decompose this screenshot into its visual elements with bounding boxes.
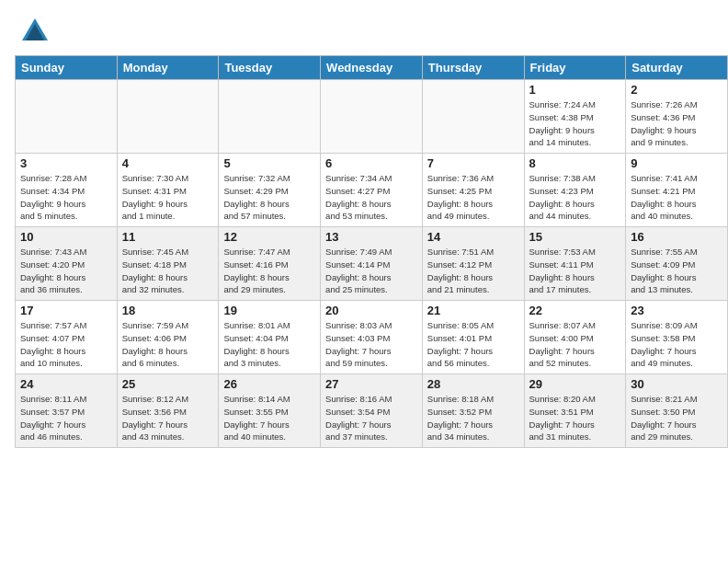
day-number: 12	[223, 230, 315, 244]
calendar-week: 10Sunrise: 7:43 AMSunset: 4:20 PMDayligh…	[16, 227, 728, 301]
calendar-day: 30Sunrise: 8:21 AMSunset: 3:50 PMDayligh…	[626, 374, 728, 448]
day-info: Sunrise: 8:21 AMSunset: 3:50 PMDaylight:…	[631, 393, 722, 443]
calendar-wrapper: SundayMondayTuesdayWednesdayThursdayFrid…	[0, 55, 728, 455]
page-header	[0, 0, 728, 55]
calendar-day: 13Sunrise: 7:49 AMSunset: 4:14 PMDayligh…	[321, 227, 423, 301]
calendar-week: 24Sunrise: 8:11 AMSunset: 3:57 PMDayligh…	[16, 374, 728, 448]
day-info: Sunrise: 7:47 AMSunset: 4:16 PMDaylight:…	[223, 246, 315, 296]
weekday-row: SundayMondayTuesdayWednesdayThursdayFrid…	[16, 56, 728, 80]
calendar-day: 8Sunrise: 7:38 AMSunset: 4:23 PMDaylight…	[524, 154, 626, 227]
weekday-header: Thursday	[422, 56, 524, 80]
day-info: Sunrise: 8:12 AMSunset: 3:56 PMDaylight:…	[122, 393, 214, 443]
day-number: 17	[20, 304, 112, 317]
calendar-day: 2Sunrise: 7:26 AMSunset: 4:36 PMDaylight…	[626, 80, 728, 154]
calendar-day: 11Sunrise: 7:45 AMSunset: 4:18 PMDayligh…	[117, 227, 219, 301]
calendar-day: 1Sunrise: 7:24 AMSunset: 4:38 PMDaylight…	[524, 80, 626, 154]
calendar-day: 27Sunrise: 8:16 AMSunset: 3:54 PMDayligh…	[321, 374, 423, 448]
calendar-day: 18Sunrise: 7:59 AMSunset: 4:06 PMDayligh…	[117, 301, 219, 374]
calendar-day: 26Sunrise: 8:14 AMSunset: 3:55 PMDayligh…	[219, 374, 321, 448]
logo-icon	[18, 15, 51, 48]
day-number: 19	[223, 304, 315, 317]
day-info: Sunrise: 8:09 AMSunset: 3:58 PMDaylight:…	[631, 319, 722, 370]
calendar-day: 14Sunrise: 7:51 AMSunset: 4:12 PMDayligh…	[422, 227, 524, 301]
calendar-day: 6Sunrise: 7:34 AMSunset: 4:27 PMDaylight…	[321, 154, 423, 227]
day-info: Sunrise: 8:20 AMSunset: 3:51 PMDaylight:…	[529, 393, 621, 443]
weekday-header: Monday	[117, 56, 219, 80]
day-info: Sunrise: 8:05 AMSunset: 4:01 PMDaylight:…	[427, 319, 519, 370]
day-number: 18	[122, 304, 214, 317]
weekday-header: Saturday	[626, 56, 728, 80]
calendar-day: 15Sunrise: 7:53 AMSunset: 4:11 PMDayligh…	[524, 227, 626, 301]
weekday-header: Tuesday	[219, 56, 321, 80]
weekday-header: Wednesday	[321, 56, 423, 80]
day-info: Sunrise: 7:45 AMSunset: 4:18 PMDaylight:…	[122, 246, 214, 296]
logo	[18, 15, 55, 48]
day-number: 7	[427, 156, 519, 170]
day-number: 25	[122, 377, 214, 391]
calendar-week: 1Sunrise: 7:24 AMSunset: 4:38 PMDaylight…	[16, 80, 728, 154]
day-info: Sunrise: 7:28 AMSunset: 4:34 PMDaylight:…	[20, 172, 112, 223]
calendar-day: 16Sunrise: 7:55 AMSunset: 4:09 PMDayligh…	[626, 227, 728, 301]
day-info: Sunrise: 8:16 AMSunset: 3:54 PMDaylight:…	[325, 393, 417, 443]
day-info: Sunrise: 7:43 AMSunset: 4:20 PMDaylight:…	[20, 246, 112, 296]
calendar-day	[117, 80, 219, 154]
day-number: 9	[631, 156, 722, 170]
day-number: 23	[631, 304, 722, 317]
day-number: 28	[427, 377, 519, 391]
day-number: 3	[20, 156, 112, 170]
calendar-table: SundayMondayTuesdayWednesdayThursdayFrid…	[15, 55, 728, 448]
day-number: 20	[325, 304, 417, 317]
day-info: Sunrise: 7:51 AMSunset: 4:12 PMDaylight:…	[427, 246, 519, 296]
day-info: Sunrise: 8:03 AMSunset: 4:03 PMDaylight:…	[325, 319, 417, 370]
calendar-day	[422, 80, 524, 154]
day-info: Sunrise: 7:24 AMSunset: 4:38 PMDaylight:…	[529, 98, 621, 149]
day-info: Sunrise: 7:41 AMSunset: 4:21 PMDaylight:…	[631, 172, 722, 223]
calendar-day: 5Sunrise: 7:32 AMSunset: 4:29 PMDaylight…	[219, 154, 321, 227]
calendar-day: 24Sunrise: 8:11 AMSunset: 3:57 PMDayligh…	[16, 374, 118, 448]
calendar-day	[219, 80, 321, 154]
day-info: Sunrise: 7:34 AMSunset: 4:27 PMDaylight:…	[325, 172, 417, 223]
day-info: Sunrise: 8:11 AMSunset: 3:57 PMDaylight:…	[20, 393, 112, 443]
calendar-week: 3Sunrise: 7:28 AMSunset: 4:34 PMDaylight…	[16, 154, 728, 227]
day-number: 4	[122, 156, 214, 170]
day-number: 26	[223, 377, 315, 391]
calendar-day: 25Sunrise: 8:12 AMSunset: 3:56 PMDayligh…	[117, 374, 219, 448]
calendar-body: 1Sunrise: 7:24 AMSunset: 4:38 PMDaylight…	[16, 80, 728, 448]
calendar-day: 10Sunrise: 7:43 AMSunset: 4:20 PMDayligh…	[16, 227, 118, 301]
day-number: 1	[529, 83, 621, 97]
calendar-day: 12Sunrise: 7:47 AMSunset: 4:16 PMDayligh…	[219, 227, 321, 301]
day-number: 8	[529, 156, 621, 170]
calendar-day: 7Sunrise: 7:36 AMSunset: 4:25 PMDaylight…	[422, 154, 524, 227]
calendar-day: 3Sunrise: 7:28 AMSunset: 4:34 PMDaylight…	[16, 154, 118, 227]
day-number: 6	[325, 156, 417, 170]
day-number: 15	[529, 230, 621, 244]
calendar-week: 17Sunrise: 7:57 AMSunset: 4:07 PMDayligh…	[16, 301, 728, 374]
day-info: Sunrise: 8:18 AMSunset: 3:52 PMDaylight:…	[427, 393, 519, 443]
calendar-day: 21Sunrise: 8:05 AMSunset: 4:01 PMDayligh…	[422, 301, 524, 374]
day-info: Sunrise: 7:36 AMSunset: 4:25 PMDaylight:…	[427, 172, 519, 223]
day-info: Sunrise: 7:53 AMSunset: 4:11 PMDaylight:…	[529, 246, 621, 296]
calendar-day: 20Sunrise: 8:03 AMSunset: 4:03 PMDayligh…	[321, 301, 423, 374]
day-info: Sunrise: 7:26 AMSunset: 4:36 PMDaylight:…	[631, 98, 722, 149]
day-info: Sunrise: 7:57 AMSunset: 4:07 PMDaylight:…	[20, 319, 112, 370]
day-info: Sunrise: 8:01 AMSunset: 4:04 PMDaylight:…	[223, 319, 315, 370]
calendar-day: 17Sunrise: 7:57 AMSunset: 4:07 PMDayligh…	[16, 301, 118, 374]
calendar-day: 19Sunrise: 8:01 AMSunset: 4:04 PMDayligh…	[219, 301, 321, 374]
day-info: Sunrise: 8:07 AMSunset: 4:00 PMDaylight:…	[529, 319, 621, 370]
calendar-day: 4Sunrise: 7:30 AMSunset: 4:31 PMDaylight…	[117, 154, 219, 227]
calendar-day: 9Sunrise: 7:41 AMSunset: 4:21 PMDaylight…	[626, 154, 728, 227]
day-number: 5	[223, 156, 315, 170]
day-info: Sunrise: 7:32 AMSunset: 4:29 PMDaylight:…	[223, 172, 315, 223]
day-info: Sunrise: 7:30 AMSunset: 4:31 PMDaylight:…	[122, 172, 214, 223]
calendar-day: 22Sunrise: 8:07 AMSunset: 4:00 PMDayligh…	[524, 301, 626, 374]
day-number: 16	[631, 230, 722, 244]
day-number: 11	[122, 230, 214, 244]
day-info: Sunrise: 7:49 AMSunset: 4:14 PMDaylight:…	[325, 246, 417, 296]
weekday-header: Friday	[524, 56, 626, 80]
calendar-header: SundayMondayTuesdayWednesdayThursdayFrid…	[16, 56, 728, 80]
day-number: 10	[20, 230, 112, 244]
day-number: 30	[631, 377, 722, 391]
calendar-day: 28Sunrise: 8:18 AMSunset: 3:52 PMDayligh…	[422, 374, 524, 448]
day-info: Sunrise: 7:55 AMSunset: 4:09 PMDaylight:…	[631, 246, 722, 296]
day-info: Sunrise: 7:59 AMSunset: 4:06 PMDaylight:…	[122, 319, 214, 370]
